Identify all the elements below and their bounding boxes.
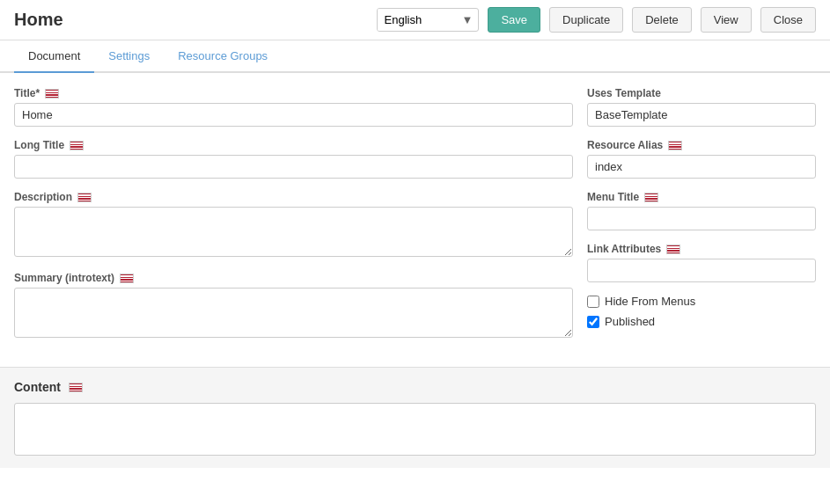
summary-group: Summary (introtext) xyxy=(14,272,573,340)
menu-title-label: Menu Title xyxy=(587,191,816,203)
hide-from-menus-item[interactable]: Hide From Menus xyxy=(587,295,816,308)
hide-from-menus-checkbox[interactable] xyxy=(587,296,599,308)
page-title: Home xyxy=(14,10,368,30)
link-attributes-label: Link Attributes xyxy=(587,243,816,255)
menu-title-input[interactable] xyxy=(587,207,816,230)
resource-alias-label: Resource Alias xyxy=(587,139,816,151)
summary-flag-icon xyxy=(120,274,134,283)
tab-document[interactable]: Document xyxy=(14,40,94,73)
published-item[interactable]: Published xyxy=(587,315,816,328)
summary-label: Summary (introtext) xyxy=(14,272,573,284)
chevron-down-icon: ▼ xyxy=(457,13,479,26)
long-title-input[interactable] xyxy=(14,155,573,179)
right-column: Uses Template Resource Alias Menu Title xyxy=(587,87,816,353)
summary-textarea[interactable] xyxy=(14,288,573,338)
title-group: Title* xyxy=(14,87,573,127)
delete-button[interactable]: Delete xyxy=(632,7,692,33)
long-title-label: Long Title xyxy=(14,139,573,151)
language-select[interactable]: English French Spanish German xyxy=(378,9,457,31)
tab-settings[interactable]: Settings xyxy=(94,40,164,73)
header: Home English French Spanish German ▼ Sav… xyxy=(0,0,830,40)
description-flag-icon xyxy=(77,193,92,202)
content-section: Content xyxy=(0,367,830,468)
link-attributes-group: Link Attributes xyxy=(587,243,816,282)
tab-resource-groups[interactable]: Resource Groups xyxy=(164,40,282,73)
description-label: Description xyxy=(14,191,573,203)
content-flag-icon xyxy=(69,383,83,392)
content-section-header: Content xyxy=(14,380,816,394)
resource-alias-flag-icon xyxy=(668,141,682,150)
menu-title-flag-icon xyxy=(644,193,658,202)
resource-alias-input[interactable] xyxy=(587,155,816,179)
left-column: Title* Long Title Description xyxy=(14,87,573,353)
uses-template-label: Uses Template xyxy=(587,87,816,99)
published-checkbox[interactable] xyxy=(587,316,599,328)
title-input[interactable] xyxy=(14,103,573,127)
menu-title-group: Menu Title xyxy=(587,191,816,230)
save-button[interactable]: Save xyxy=(488,7,540,33)
long-title-flag-icon xyxy=(70,141,84,150)
uses-template-group: Uses Template xyxy=(587,87,816,127)
resource-alias-group: Resource Alias xyxy=(587,139,816,179)
content-editor[interactable] xyxy=(14,403,816,456)
form-layout: Title* Long Title Description xyxy=(14,87,816,353)
close-button[interactable]: Close xyxy=(760,7,816,33)
duplicate-button[interactable]: Duplicate xyxy=(549,7,623,33)
link-attributes-flag-icon xyxy=(666,245,680,254)
document-tab-content: Title* Long Title Description xyxy=(0,73,830,367)
title-flag-icon xyxy=(45,89,59,99)
view-button[interactable]: View xyxy=(701,7,752,33)
uses-template-input[interactable] xyxy=(587,103,816,127)
link-attributes-input[interactable] xyxy=(587,259,816,282)
long-title-group: Long Title xyxy=(14,139,573,179)
description-textarea[interactable] xyxy=(14,207,573,257)
checkbox-group: Hide From Menus Published xyxy=(587,295,816,328)
tabs-bar: Document Settings Resource Groups xyxy=(0,40,830,73)
title-label: Title* xyxy=(14,87,573,99)
description-group: Description xyxy=(14,191,573,259)
language-selector-wrapper[interactable]: English French Spanish German ▼ xyxy=(377,8,480,32)
